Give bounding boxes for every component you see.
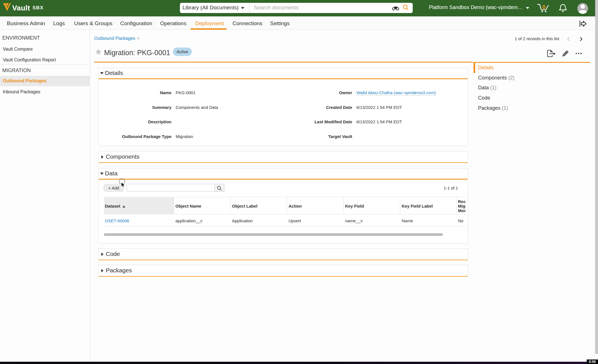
svg-text:0: 0	[542, 4, 546, 10]
